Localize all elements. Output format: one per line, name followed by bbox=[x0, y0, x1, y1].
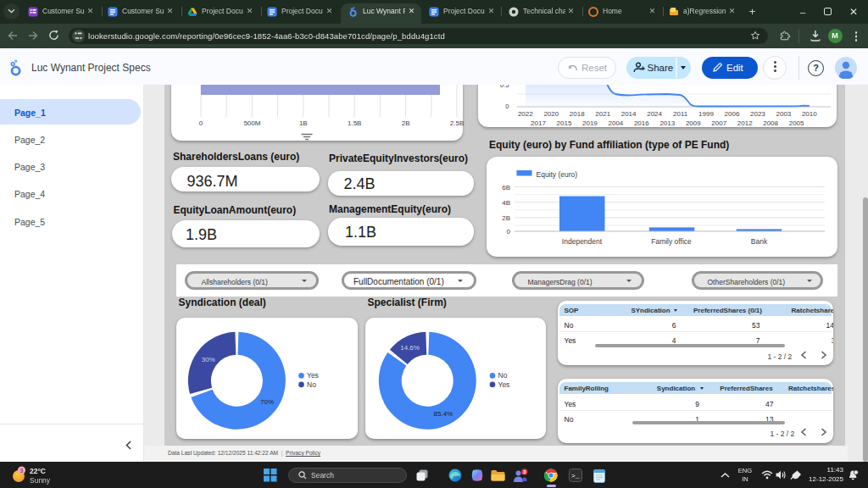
svg-text:2023: 2023 bbox=[750, 110, 765, 118]
svg-text:30%: 30% bbox=[202, 355, 215, 363]
svg-text:2012: 2012 bbox=[737, 119, 753, 127]
svg-text:Equity (euro): Equity (euro) bbox=[536, 170, 577, 179]
svg-text:2005: 2005 bbox=[789, 119, 804, 127]
svg-text:Family office: Family office bbox=[651, 237, 692, 246]
svg-text:2004: 2004 bbox=[609, 119, 624, 127]
svg-text:2006: 2006 bbox=[725, 110, 740, 118]
svg-text:2015: 2015 bbox=[557, 119, 572, 127]
svg-text:2019: 2019 bbox=[582, 119, 598, 127]
svg-text:2003: 2003 bbox=[776, 110, 792, 118]
svg-text:500M: 500M bbox=[243, 119, 260, 127]
svg-text:2B: 2B bbox=[402, 119, 410, 127]
svg-text:1999: 1999 bbox=[698, 110, 714, 118]
svg-text:2.5B: 2.5B bbox=[450, 119, 464, 127]
svg-text:Independent: Independent bbox=[561, 237, 602, 246]
svg-text:2020: 2020 bbox=[543, 110, 559, 118]
svg-text:Yes: Yes bbox=[307, 371, 319, 380]
svg-text:6B: 6B bbox=[502, 184, 510, 191]
svg-text:2014: 2014 bbox=[621, 110, 637, 118]
svg-text:3: 3 bbox=[20, 468, 24, 474]
svg-text:85.4%: 85.4% bbox=[433, 410, 453, 418]
svg-text:No: No bbox=[498, 371, 507, 380]
svg-text:2024: 2024 bbox=[647, 110, 662, 118]
svg-text:2017: 2017 bbox=[531, 119, 546, 127]
svg-text:2B: 2B bbox=[502, 214, 510, 222]
svg-text:0: 0 bbox=[505, 103, 509, 110]
svg-text:2008: 2008 bbox=[763, 119, 778, 127]
svg-text:2018: 2018 bbox=[570, 110, 585, 118]
svg-text:2007: 2007 bbox=[711, 119, 726, 127]
svg-text:2021: 2021 bbox=[595, 110, 610, 118]
svg-text:1.5B: 1.5B bbox=[348, 119, 361, 127]
svg-text:2009: 2009 bbox=[686, 119, 701, 127]
svg-text:2013: 2013 bbox=[659, 119, 675, 127]
svg-text:No: No bbox=[307, 380, 316, 388]
svg-text:70%: 70% bbox=[260, 398, 274, 406]
svg-text:1B: 1B bbox=[299, 119, 308, 127]
svg-text:2010: 2010 bbox=[802, 110, 817, 118]
svg-text:14.6%: 14.6% bbox=[400, 343, 420, 351]
svg-text:0: 0 bbox=[199, 119, 203, 127]
svg-text:2011: 2011 bbox=[673, 110, 688, 118]
svg-text:2022: 2022 bbox=[518, 110, 533, 118]
svg-text:0: 0 bbox=[506, 228, 510, 236]
svg-text:>_: >_ bbox=[571, 472, 580, 480]
svg-text:0.5: 0.5 bbox=[500, 85, 509, 89]
svg-text:3: 3 bbox=[523, 469, 526, 474]
svg-text:2016: 2016 bbox=[634, 119, 649, 127]
svg-text:Yes: Yes bbox=[498, 380, 509, 388]
svg-text:4B: 4B bbox=[502, 199, 510, 207]
svg-text:Bank: Bank bbox=[750, 237, 767, 246]
